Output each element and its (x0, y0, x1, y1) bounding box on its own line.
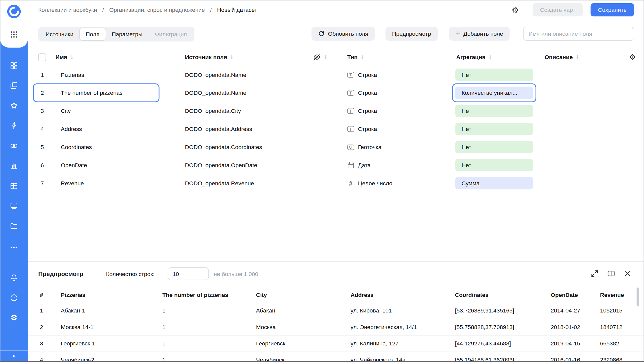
refresh-fields-label: Обновить поля (328, 30, 368, 37)
field-name[interactable]: Pizzerias (61, 66, 84, 84)
preview-toggle-button[interactable]: Предпросмотр (385, 27, 437, 41)
field-source[interactable]: DODO_opendata.OpenDate (185, 156, 257, 174)
tab-fields[interactable]: Поля (79, 28, 105, 40)
column-header-name[interactable]: Имя↓ (56, 49, 74, 66)
field-row[interactable]: 4 Address DODO_opendata.Address T # Стро… (28, 120, 644, 138)
services-icon[interactable] (10, 142, 18, 150)
preview-col-revenue: Revenue (600, 287, 624, 303)
field-row[interactable]: 5 Coordinates DODO_opendata.Coordinates … (28, 138, 644, 156)
create-chart-button[interactable]: Создать чарт (533, 3, 583, 16)
notifications-icon[interactable] (10, 274, 18, 282)
save-button[interactable]: Сохранить (591, 3, 634, 16)
field-aggregation-select[interactable]: Сумма (455, 177, 533, 189)
dataset-tabs: Источники Поля Параметры Фильтрация (38, 27, 194, 41)
field-source[interactable]: DODO_opendata.City (185, 102, 241, 120)
column-header-description[interactable]: Описание↓ (545, 49, 580, 66)
field-aggregation-select[interactable]: Нет (455, 141, 533, 153)
column-header-hidden[interactable]: ↓ (313, 49, 328, 66)
field-name[interactable]: Coordinates (61, 138, 92, 156)
table-settings-gear-icon[interactable]: ⚙ (629, 49, 636, 66)
preview-cell-coordinates: [53.726389,91.435165] (455, 303, 514, 319)
preview-close-button[interactable]: × (623, 269, 632, 278)
preview-expand-button[interactable] (591, 269, 599, 278)
string-type-icon: T (347, 108, 354, 114)
preview-col-address: Address (351, 287, 374, 303)
workbooks-icon[interactable] (10, 81, 18, 89)
tables-icon[interactable] (10, 182, 18, 190)
sidebar-collapse-button[interactable] (0, 350, 28, 361)
field-search-input[interactable] (523, 27, 634, 41)
preview-cell-number: 1 (162, 319, 166, 335)
field-aggregation-select[interactable]: Нет (455, 159, 533, 171)
storage-icon[interactable] (10, 222, 18, 230)
field-row[interactable]: 1 Pizzerias DODO_opendata.Name T # Строк… (28, 66, 644, 84)
favorites-icon[interactable] (10, 102, 18, 110)
field-name[interactable]: City (61, 102, 71, 120)
column-header-source[interactable]: Источник поля↓ (185, 49, 234, 66)
apps-grid-icon[interactable] (10, 31, 18, 38)
add-field-button[interactable]: + Добавить поле (449, 27, 510, 41)
field-aggregation-select[interactable]: Нет (455, 123, 533, 135)
select-all-checkbox[interactable] (38, 53, 46, 61)
field-row-number: 3 (41, 102, 44, 120)
breadcrumb-collections[interactable]: Коллекции и воркбуки (38, 7, 97, 13)
connections-icon[interactable] (10, 122, 18, 130)
field-name[interactable]: Revenue (61, 174, 84, 192)
preview-cell-address: ул. Энергетическая, 14/1 (351, 319, 417, 335)
field-type[interactable]: T # Строка (347, 84, 377, 102)
field-type[interactable]: T # Целое число (347, 174, 392, 192)
row-count-input[interactable] (168, 267, 209, 280)
tab-sources[interactable]: Источники (39, 28, 79, 40)
field-name[interactable]: Address (61, 120, 82, 138)
sort-arrow-icon: ↓ (488, 49, 493, 66)
preview-cell-revenue: 2320868 (600, 352, 622, 362)
preview-col-index: # (40, 287, 43, 303)
preview-cell-index: 1 (40, 303, 43, 319)
field-row[interactable]: 2 The number of pizzerias DODO_opendata.… (28, 84, 644, 102)
dashboards-icon[interactable] (10, 202, 18, 210)
split-view-icon (607, 269, 615, 278)
expand-icon (591, 269, 599, 278)
column-header-aggregation[interactable]: Агрегация↓ (456, 49, 492, 66)
field-row[interactable]: 7 Revenue DODO_opendata.Revenue T # Цело… (28, 174, 644, 192)
field-source[interactable]: DODO_opendata.Address (185, 120, 252, 138)
preview-scrollbar-thumb[interactable] (637, 288, 639, 306)
field-row[interactable]: 6 OpenDate DODO_opendata.OpenDate T # Да… (28, 156, 644, 174)
charts-icon[interactable] (10, 162, 18, 170)
preview-title: Предпросмотр (38, 265, 83, 283)
help-icon[interactable]: ? (10, 294, 18, 302)
field-type[interactable]: T # Геоточка (347, 138, 381, 156)
refresh-fields-button[interactable]: Обновить поля (311, 27, 375, 41)
field-row[interactable]: 3 City DODO_opendata.City T # Строка Нет (28, 102, 644, 120)
field-type[interactable]: T # Дата (347, 156, 371, 174)
settings-icon[interactable]: ⚙ (10, 313, 18, 322)
field-type-label: Строка (358, 108, 377, 114)
tab-parameters[interactable]: Параметры (106, 28, 149, 40)
field-aggregation-select[interactable]: Нет (455, 69, 533, 81)
field-type[interactable]: T # Строка (347, 102, 377, 120)
more-icon[interactable] (10, 243, 18, 251)
column-header-type[interactable]: Тип↓ (347, 49, 365, 66)
field-aggregation-select[interactable]: Количество уникал... (455, 87, 533, 99)
datalens-logo[interactable] (7, 4, 21, 19)
field-name[interactable]: The number of pizzerias (61, 84, 123, 102)
field-name[interactable]: OpenDate (61, 156, 87, 174)
field-source[interactable]: DODO_opendata.Name (185, 84, 246, 102)
preview-row: 3 Георгиевск-1 1 Георгиевск ул. Калинина… (28, 336, 644, 352)
string-type-icon: T (347, 126, 354, 132)
field-source[interactable]: DODO_opendata.Coordinates (185, 138, 262, 156)
breadcrumb-workbook[interactable]: Организации: спрос и предложение (109, 7, 205, 13)
breadcrumb-separator: / (210, 7, 212, 13)
field-source[interactable]: DODO_opendata.Revenue (185, 174, 254, 192)
window-bottom-edge (0, 361, 644, 362)
preview-layout-button[interactable] (607, 269, 615, 278)
collections-icon[interactable] (10, 62, 18, 70)
dataset-settings-gear-icon[interactable]: ⚙ (512, 6, 520, 14)
field-source[interactable]: DODO_opendata.Name (185, 66, 246, 84)
row-count-hint: не больше 1 000 (214, 265, 258, 283)
field-aggregation-select[interactable]: Нет (455, 105, 533, 117)
tab-filtering[interactable]: Фильтрация (149, 28, 193, 40)
field-type[interactable]: T # Строка (347, 120, 377, 138)
preview-cell-city: Георгиевск (256, 336, 285, 352)
field-type[interactable]: T # Строка (347, 66, 377, 84)
